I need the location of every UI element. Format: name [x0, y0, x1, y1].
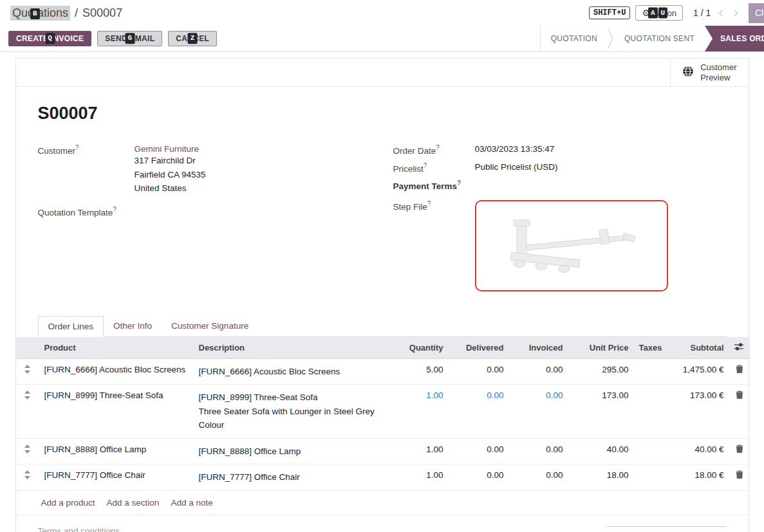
delivered-cell[interactable]: 0.00: [449, 358, 509, 385]
content-area: Customer Preview S00007 Customer?: [0, 52, 764, 532]
help-icon: ?: [75, 144, 79, 151]
delete-row-icon[interactable]: [736, 390, 743, 401]
customer-preview-label: Customer Preview: [700, 62, 736, 82]
statusbar: QUOTATION QUOTATION SENT SALES ORDER: [540, 26, 764, 51]
col-header-delivered: Delivered: [449, 337, 509, 359]
globe-icon: [682, 66, 694, 79]
kbd-hint-send-email: G: [125, 33, 135, 44]
subtotal-cell: 173.00 €: [662, 385, 729, 439]
kbd-hints-action: A U: [648, 8, 667, 19]
kbd-hint-cancel: Z: [188, 33, 198, 44]
drag-handle-icon[interactable]: [24, 470, 30, 481]
statusbar-step-quotation-sent[interactable]: QUOTATION SENT: [614, 26, 705, 51]
col-header-unit-price: Unit Price: [568, 337, 634, 359]
optional-columns-icon[interactable]: [734, 343, 743, 353]
taxes-cell[interactable]: [634, 464, 662, 491]
tab-other-info[interactable]: Other Info: [104, 316, 162, 336]
taxes-cell[interactable]: [634, 438, 662, 464]
notebook-tabs: Order Lines Other Info Customer Signatur…: [38, 316, 727, 337]
product-cell[interactable]: [FURN_6666] Acoustic Bloc Screens: [39, 358, 194, 385]
unit-price-cell[interactable]: 295.00: [568, 358, 634, 385]
help-icon: ?: [424, 162, 427, 169]
breadcrumb-divider: /: [75, 6, 78, 20]
customer-field-row: Customer? Gemini Furniture 317 Fairchild…: [38, 144, 382, 196]
pager-next-icon[interactable]: ›: [731, 6, 741, 19]
order-date-field-value[interactable]: 03/03/2023 13:35:47: [475, 144, 555, 156]
send-email-button[interactable]: SEND EMAIL G: [97, 31, 162, 46]
breadcrumb-parent[interactable]: Quotations B: [10, 6, 70, 21]
header-buttons: CREATE INVOICE Q SEND EMAIL G CANCEL Z: [0, 26, 217, 51]
statusbar-separator-icon: [608, 26, 614, 51]
delivered-cell[interactable]: 0.00: [449, 438, 509, 464]
invoiced-cell[interactable]: 0.00: [509, 358, 568, 385]
step-file-field-row: Step File?: [393, 200, 727, 291]
invoiced-cell[interactable]: 0.00: [509, 464, 568, 491]
customer-preview-button[interactable]: Customer Preview: [670, 59, 748, 86]
description-cell[interactable]: [FURN_8888] Office Lamp: [194, 438, 391, 464]
help-icon: ?: [436, 144, 440, 151]
control-panel-top-right: SHIFT+U ⚙ A U Action 1 / 1 ‹ › Close: [589, 3, 764, 23]
description-cell[interactable]: [FURN_7777] Office Chair: [194, 464, 391, 491]
delete-row-icon[interactable]: [736, 445, 743, 455]
add-a-note-link[interactable]: Add a note: [171, 498, 212, 508]
taxes-cell[interactable]: [634, 385, 662, 439]
quantity-cell[interactable]: 1.00: [391, 385, 449, 439]
customer-link[interactable]: Gemini Furniture: [135, 144, 200, 154]
drag-handle-icon[interactable]: [24, 390, 30, 401]
delivered-cell[interactable]: 0.00: [449, 464, 509, 491]
delete-row-icon[interactable]: [736, 470, 743, 481]
invoiced-cell[interactable]: 0.00: [509, 385, 568, 439]
create-invoice-button[interactable]: CREATE INVOICE Q: [8, 31, 91, 46]
totals-block: Total: 1,706.00 €: [607, 526, 727, 532]
product-cell[interactable]: [FURN_7777] Office Chair: [39, 464, 194, 491]
description-cell[interactable]: [FURN_6666] Acoustic Bloc Screens: [194, 358, 391, 385]
breadcrumb-current: S00007: [82, 6, 122, 20]
unit-price-cell[interactable]: 173.00: [568, 385, 634, 439]
tab-order-lines[interactable]: Order Lines: [38, 316, 104, 337]
pricelist-field-row: Pricelist? Public Pricelist (USD): [393, 162, 727, 174]
terms-and-conditions-input[interactable]: Terms and conditions...: [38, 526, 127, 532]
unit-price-cell[interactable]: 40.00: [568, 438, 634, 464]
kbd-hint-create-invoice: Q: [45, 33, 55, 44]
order-lines-table: Product Description Quantity Delivered I…: [16, 337, 750, 491]
add-a-section-link[interactable]: Add a section: [107, 498, 160, 508]
col-header-invoiced: Invoiced: [509, 337, 568, 359]
button-box: Customer Preview: [16, 59, 749, 87]
tab-customer-signature[interactable]: Customer Signature: [162, 316, 258, 336]
payment-terms-field-label: Payment Terms?: [393, 179, 475, 191]
col-header-description: Description: [194, 337, 391, 359]
step-file-image[interactable]: [475, 200, 668, 291]
invoiced-cell[interactable]: 0.00: [509, 438, 568, 464]
table-header-row: Product Description Quantity Delivered I…: [16, 337, 750, 359]
taxes-cell[interactable]: [634, 358, 662, 385]
kbd-hint-action-u: U: [658, 8, 668, 19]
subtotal-cell: 40.00 €: [662, 438, 729, 464]
quantity-cell[interactable]: 1.00: [391, 438, 449, 464]
close-button[interactable]: Close: [749, 3, 764, 23]
breadcrumb-parent-label: Quotations: [12, 6, 68, 19]
payment-terms-field-row: Payment Terms?: [393, 179, 727, 191]
quantity-cell[interactable]: 5.00: [391, 358, 449, 385]
pager-value: 1 / 1: [693, 8, 711, 18]
action-menu-button[interactable]: ⚙ A U Action: [635, 5, 683, 21]
quotation-template-field-row: Quotation Template?: [38, 206, 382, 217]
delete-row-icon[interactable]: [736, 365, 743, 375]
help-icon: ?: [113, 206, 116, 213]
cancel-button[interactable]: CANCEL Z: [168, 31, 217, 46]
table-row: [FURN_6666] Acoustic Bloc Screens [FURN_…: [16, 358, 750, 385]
description-cell[interactable]: [FURN_8999] Three-Seat Sofa Three Seater…: [194, 385, 391, 439]
add-a-product-link[interactable]: Add a product: [41, 498, 95, 508]
product-cell[interactable]: [FURN_8999] Three-Seat Sofa: [39, 385, 194, 439]
quantity-cell[interactable]: 1.00: [391, 464, 449, 491]
pricelist-field-value[interactable]: Public Pricelist (USD): [475, 162, 558, 174]
drag-handle-icon[interactable]: [24, 445, 30, 455]
unit-price-cell[interactable]: 18.00: [568, 464, 634, 491]
order-date-field-row: Order Date? 03/03/2023 13:35:47: [393, 144, 727, 156]
help-icon: ?: [427, 200, 431, 207]
delivered-cell[interactable]: 0.00: [449, 385, 509, 439]
product-cell[interactable]: [FURN_8888] Office Lamp: [39, 438, 194, 464]
pager-previous-icon[interactable]: ‹: [716, 6, 725, 19]
drag-handle-icon[interactable]: [24, 365, 30, 376]
statusbar-step-quotation[interactable]: QUOTATION: [541, 26, 608, 51]
statusbar-step-sales-order-active[interactable]: SALES ORDER: [705, 26, 764, 51]
